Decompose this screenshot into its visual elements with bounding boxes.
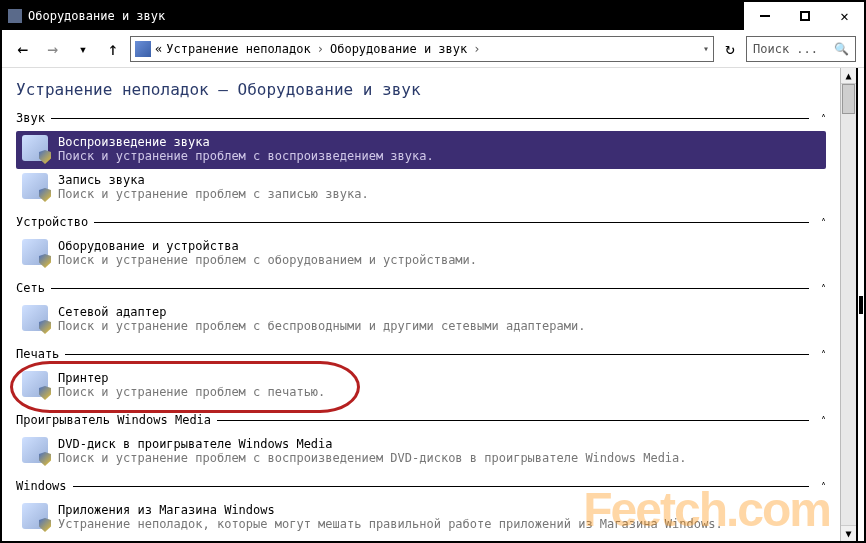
troubleshooter-desc: Поиск и устранение проблем с воспроизвед…: [58, 149, 434, 163]
troubleshooter-item[interactable]: ПринтерПоиск и устранение проблем с печа…: [16, 367, 826, 405]
troubleshooter-desc: Поиск и устранение проблем с беспроводны…: [58, 319, 585, 333]
minimize-button[interactable]: [744, 2, 784, 30]
group: Печать˄ПринтерПоиск и устранение проблем…: [16, 345, 826, 405]
collapse-icon[interactable]: ˄: [815, 113, 826, 124]
troubleshooter-desc: Поиск и устранение проблем с воспроизвед…: [58, 451, 687, 465]
troubleshooter-item[interactable]: Сетевой адаптерПоиск и устранение пробле…: [16, 301, 826, 339]
breadcrumb-sep-icon: ›: [315, 42, 326, 56]
group: Windows˄Приложения из Магазина WindowsУс…: [16, 477, 826, 537]
breadcrumb-2[interactable]: Оборудование и звук: [330, 42, 467, 56]
content-area: Устранение неполадок — Оборудование и зв…: [2, 68, 840, 541]
app-icon: [8, 9, 22, 23]
troubleshooter-icon: [22, 173, 48, 199]
troubleshooter-desc: Поиск и устранение проблем с оборудовани…: [58, 253, 477, 267]
scroll-up-icon[interactable]: ▲: [841, 68, 856, 84]
troubleshooter-icon: [22, 239, 48, 265]
troubleshooter-desc: Поиск и устранение проблем с записью зву…: [58, 187, 369, 201]
group-header[interactable]: Звук˄: [16, 109, 826, 127]
nav-bar: ← → ▾ ↑ « Устранение неполадок › Оборудо…: [2, 30, 864, 68]
group-label: Печать: [16, 347, 59, 361]
group-divider: [217, 420, 809, 421]
troubleshooter-icon: [22, 371, 48, 397]
up-button[interactable]: ↑: [100, 36, 126, 62]
group: Проигрыватель Windows Media˄DVD-диск в п…: [16, 411, 826, 471]
group-divider: [94, 222, 809, 223]
forward-button[interactable]: →: [40, 36, 66, 62]
address-dropdown-icon[interactable]: ▾: [703, 43, 709, 54]
back-button[interactable]: ←: [10, 36, 36, 62]
collapse-icon[interactable]: ˄: [815, 415, 826, 426]
breadcrumb-prefix: «: [155, 42, 162, 56]
location-icon: [135, 41, 151, 57]
group: Сеть˄Сетевой адаптерПоиск и устранение п…: [16, 279, 826, 339]
search-placeholder: Поиск ...: [753, 42, 818, 56]
group-label: Сеть: [16, 281, 45, 295]
troubleshooter-item[interactable]: Запись звукаПоиск и устранение проблем с…: [16, 169, 826, 207]
collapse-icon[interactable]: ˄: [815, 349, 826, 360]
troubleshooter-icon: [22, 437, 48, 463]
group-label: Звук: [16, 111, 45, 125]
troubleshooter-title: Оборудование и устройства: [58, 239, 477, 253]
group-header[interactable]: Сеть˄: [16, 279, 826, 297]
title-bar: Оборудование и звук ✕: [2, 2, 864, 30]
scroll-track[interactable]: [841, 84, 856, 525]
group-divider: [65, 354, 809, 355]
window-title: Оборудование и звук: [28, 9, 744, 23]
breadcrumb-sep-icon: ›: [471, 42, 482, 56]
troubleshooter-title: DVD-диск в проигрывателе Windows Media: [58, 437, 687, 451]
troubleshooter-item[interactable]: Приложения из Магазина WindowsУстранение…: [16, 499, 826, 537]
group: Устройство˄Оборудование и устройстваПоис…: [16, 213, 826, 273]
troubleshooter-desc: Устранение неполадок, которые могут меша…: [58, 517, 723, 531]
collapse-icon[interactable]: ˄: [815, 481, 826, 492]
troubleshooter-icon: [22, 135, 48, 161]
scroll-thumb[interactable]: [842, 84, 855, 114]
troubleshooter-icon: [22, 305, 48, 331]
collapse-icon[interactable]: ˄: [815, 217, 826, 228]
history-dropdown[interactable]: ▾: [70, 36, 96, 62]
page-title: Устранение неполадок — Оборудование и зв…: [16, 80, 826, 99]
group-label: Устройство: [16, 215, 88, 229]
search-icon: 🔍: [834, 42, 849, 56]
refresh-button[interactable]: ↻: [718, 36, 742, 62]
troubleshooter-title: Принтер: [58, 371, 325, 385]
vertical-scrollbar[interactable]: ▲ ▼: [840, 68, 856, 541]
troubleshooter-desc: Поиск и устранение проблем с печатью.: [58, 385, 325, 399]
troubleshooter-icon: [22, 503, 48, 529]
troubleshooter-item[interactable]: Оборудование и устройстваПоиск и устране…: [16, 235, 826, 273]
troubleshooter-title: Приложения из Магазина Windows: [58, 503, 723, 517]
troubleshooter-item[interactable]: DVD-диск в проигрывателе Windows MediaПо…: [16, 433, 826, 471]
group-header[interactable]: Печать˄: [16, 345, 826, 363]
group-label: Проигрыватель Windows Media: [16, 413, 211, 427]
troubleshooter-item[interactable]: Воспроизведение звукаПоиск и устранение …: [16, 131, 826, 169]
window-controls: ✕: [744, 2, 864, 30]
scroll-down-icon[interactable]: ▼: [841, 525, 856, 541]
troubleshooter-title: Воспроизведение звука: [58, 135, 434, 149]
group-header[interactable]: Устройство˄: [16, 213, 826, 231]
search-input[interactable]: Поиск ... 🔍: [746, 36, 856, 62]
group-divider: [51, 288, 809, 289]
breadcrumb-1[interactable]: Устранение неполадок: [166, 42, 311, 56]
group: Звук˄Воспроизведение звукаПоиск и устран…: [16, 109, 826, 207]
close-button[interactable]: ✕: [824, 2, 864, 30]
group-divider: [51, 118, 809, 119]
maximize-button[interactable]: [784, 2, 824, 30]
group-divider: [73, 486, 809, 487]
group-label: Windows: [16, 479, 67, 493]
address-bar[interactable]: « Устранение неполадок › Оборудование и …: [130, 36, 714, 62]
troubleshooter-title: Запись звука: [58, 173, 369, 187]
collapse-icon[interactable]: ˄: [815, 283, 826, 294]
troubleshooter-title: Сетевой адаптер: [58, 305, 585, 319]
group-header[interactable]: Проигрыватель Windows Media˄: [16, 411, 826, 429]
window-resize-grip[interactable]: [856, 68, 864, 541]
group-header[interactable]: Windows˄: [16, 477, 826, 495]
